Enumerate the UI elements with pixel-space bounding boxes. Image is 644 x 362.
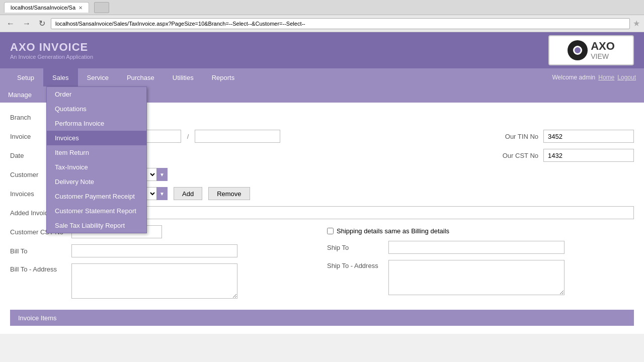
our-tin-input[interactable]	[543, 130, 634, 143]
shipping-checkbox-label: Shipping details same as Billing details	[337, 227, 449, 235]
logo-view-text: VIEW	[591, 53, 609, 60]
our-cst-label: Our CST No	[503, 152, 538, 159]
app-header: AXO INVOICE An Invoice Generation Applic…	[0, 32, 644, 68]
home-link[interactable]: Home	[598, 74, 614, 81]
tab-close-icon[interactable]: ✕	[78, 5, 83, 11]
logo-axo-text: AXO	[591, 41, 615, 52]
customer-select-arrow[interactable]: ▼	[156, 168, 168, 181]
sales-dropdown-menu: Order Quotations Performa Invoice Invoic…	[46, 86, 147, 233]
app-title-block: AXO INVOICE An Invoice Generation Applic…	[10, 41, 93, 60]
nav-reports[interactable]: Reports	[203, 68, 244, 86]
menu-item-performa-invoice[interactable]: Performa Invoice	[47, 116, 146, 131]
menu-item-customer-payment[interactable]: Customer Payment Receipt	[47, 189, 146, 204]
back-button[interactable]: ←	[4, 18, 17, 29]
app-subtitle: An Invoice Generation Application	[10, 54, 93, 60]
menu-item-sale-tax-liability[interactable]: Sale Tax Liability Report	[47, 218, 146, 233]
nav-purchase[interactable]: Purchase	[118, 68, 164, 86]
ship-to-row: Ship To	[327, 241, 634, 254]
our-cst-input[interactable]	[543, 149, 634, 162]
nav-setup[interactable]: Setup	[8, 68, 43, 86]
logo-eye-icon	[568, 40, 588, 60]
bill-to-address-textarea[interactable]	[71, 263, 237, 299]
browser-tab[interactable]: localhost/SansaInvoice/Sa ✕	[4, 2, 89, 13]
nav-bar: Setup Sales Service Purchase Utilities R…	[0, 68, 644, 86]
tab-title: localhost/SansaInvoice/Sa	[11, 5, 75, 11]
two-col-section: Customer CST No Bill To Bill To - Addres…	[10, 225, 634, 305]
refresh-button[interactable]: ↻	[36, 18, 48, 29]
invoices-label: Invoices	[10, 190, 50, 198]
invoices-select-arrow[interactable]: ▼	[156, 187, 168, 200]
menu-item-order[interactable]: Order	[47, 87, 146, 102]
browser-nav-bar: ← → ↻ ★	[0, 15, 644, 32]
ship-to-address-textarea[interactable]	[388, 260, 565, 295]
invoice-items-bar: Invoice Items	[10, 310, 634, 326]
left-col: Customer CST No Bill To Bill To - Addres…	[10, 225, 317, 305]
menu-item-quotations[interactable]: Quotations	[47, 102, 146, 116]
logout-link[interactable]: Logout	[617, 74, 636, 81]
shipping-checkbox[interactable]	[327, 228, 334, 234]
menu-item-customer-statement[interactable]: Customer Statement Report	[47, 204, 146, 218]
welcome-text: Welcome admin Home Logout	[552, 74, 636, 81]
slash-2: /	[187, 133, 189, 140]
forward-button[interactable]: →	[20, 18, 33, 29]
invoice-input-3[interactable]	[195, 130, 280, 143]
ship-to-input[interactable]	[388, 241, 565, 254]
address-bar[interactable]	[51, 18, 630, 29]
bill-to-input[interactable]	[71, 244, 237, 257]
branch-label: Branch	[10, 114, 50, 121]
logo-right: AXO VIEW	[591, 41, 615, 60]
invoice-label: Invoice	[10, 133, 50, 140]
menu-item-tax-invoice[interactable]: Tax-Invoice	[47, 160, 146, 174]
shipping-checkbox-row: Shipping details same as Billing details	[327, 227, 634, 235]
bill-to-address-row: Bill To - Address	[10, 263, 317, 299]
logo-eye-inner	[573, 46, 582, 55]
app-title: AXO INVOICE	[10, 41, 93, 54]
new-tab-button[interactable]	[94, 2, 109, 13]
bill-to-row: Bill To	[10, 244, 317, 257]
logo-box: AXO VIEW	[548, 35, 634, 65]
add-button[interactable]: Add	[174, 187, 202, 200]
menu-item-delivery-note[interactable]: Delivery Note	[47, 174, 146, 189]
menu-item-invoices[interactable]: Invoices	[47, 131, 146, 145]
nav-service[interactable]: Service	[78, 68, 118, 86]
invoice-items-label: Invoice Items	[18, 314, 57, 322]
remove-button[interactable]: Remove	[208, 187, 250, 200]
customer-label: Customer	[10, 171, 50, 178]
browser-top-bar: localhost/SansaInvoice/Sa ✕	[0, 0, 644, 15]
ship-to-address-label: Ship To - Address	[327, 260, 382, 269]
welcome-label: Welcome admin	[552, 74, 595, 81]
date-label: Date	[10, 152, 50, 159]
nav-sales[interactable]: Sales	[43, 68, 78, 86]
manage-label: Manage	[8, 91, 32, 99]
our-tin-label: Our TIN No	[505, 133, 538, 140]
bookmark-icon[interactable]: ★	[633, 19, 640, 28]
right-col: Shipping details same as Billing details…	[327, 225, 634, 301]
bill-to-address-label: Bill To - Address	[10, 263, 65, 273]
tin-row: Our TIN No	[505, 130, 634, 143]
ship-to-address-row: Ship To - Address	[327, 260, 634, 295]
cst-row: Our CST No	[503, 149, 634, 162]
ship-to-label: Ship To	[327, 244, 382, 251]
menu-item-item-return[interactable]: Item Return	[47, 145, 146, 160]
bill-to-label: Bill To	[10, 247, 65, 255]
nav-utilities[interactable]: Utilities	[164, 68, 203, 86]
